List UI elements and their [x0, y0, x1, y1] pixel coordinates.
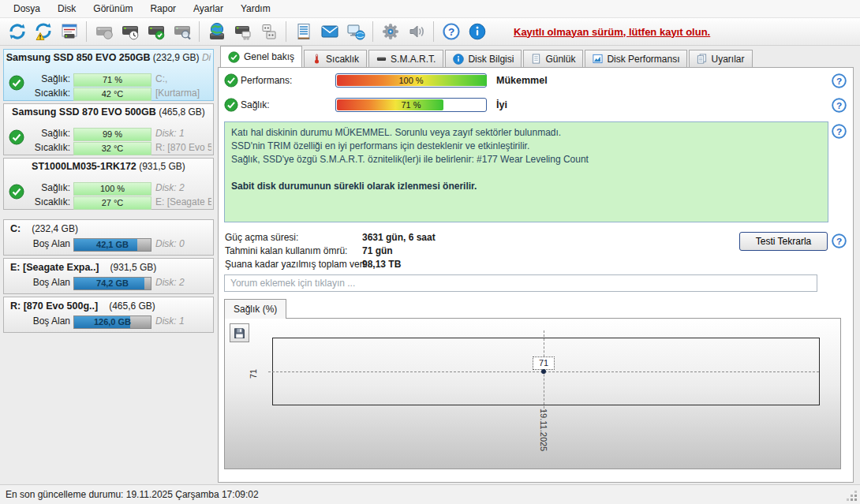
- disk-number: Disk: 1: [155, 315, 211, 327]
- last-update-status: En son güncelleme durumu: 19.11.2025 Çar…: [6, 489, 259, 500]
- menubar: Dosya Disk Görünüm Rapor Ayarlar Yardım: [0, 0, 860, 18]
- disk-item-seagate[interactable]: ST1000LM035-1RK172 (931,5 GB) Sağlık:100…: [3, 158, 214, 210]
- connector-button[interactable]: [256, 20, 281, 43]
- web-disk-icon: [208, 22, 226, 41]
- temp-badge: 42 °C: [73, 88, 151, 101]
- health-label: Sağlık:: [4, 73, 70, 84]
- partition-item-c[interactable]: C:(232,4 GB) Boş Alan 42,1 GB Disk: 0: [3, 219, 214, 256]
- chart-tab-saglik[interactable]: Sağlık (%): [224, 299, 286, 319]
- tab-disk-bilgisi[interactable]: Disk Bilgisi: [445, 50, 522, 67]
- main-panel: Genel bakış Sıcaklık S.M.A.R.T. Disk Bil…: [218, 46, 854, 483]
- save-chart-button[interactable]: [230, 323, 249, 342]
- disk-drive-letters: C:,: [155, 73, 211, 84]
- performance-chart-icon: [593, 54, 603, 64]
- disk-test-button[interactable]: [170, 20, 194, 43]
- performance-rating: Mükemmel: [496, 75, 548, 86]
- free-space-label: Boş Alan: [4, 277, 70, 288]
- toolbar-separator: [199, 21, 200, 42]
- info-circle-icon: [453, 54, 464, 65]
- tab-gunluk[interactable]: Günlük: [523, 50, 583, 67]
- menu-yardim[interactable]: Yardım: [232, 1, 279, 17]
- mail-icon: [320, 22, 339, 41]
- sound-icon: [407, 22, 426, 41]
- refresh-button[interactable]: [5, 20, 29, 43]
- health-label: Sağlık:: [4, 128, 70, 139]
- temp-label: Sıcaklık:: [4, 142, 70, 153]
- status-line: Sağlık, SSD'ye özgü S.M.A.R.T. öznitelik…: [231, 153, 821, 166]
- status-bar: En son güncelleme durumu: 19.11.2025 Çar…: [0, 484, 860, 504]
- disk-item-samsung-870[interactable]: Samsung SSD 870 EVO 500GB (465,8 GB) Sağ…: [3, 103, 214, 155]
- network-icon: [346, 22, 365, 41]
- performance-ok-icon: [224, 73, 238, 88]
- info-button[interactable]: [465, 20, 489, 43]
- retest-help-icon[interactable]: ?: [831, 233, 847, 249]
- check-circle-icon: [228, 51, 240, 63]
- space-usage-bar: 126,0 GB: [73, 315, 151, 329]
- partition-item-r[interactable]: R: [870 Evo 500g..](465,6 GB) Boş Alan 1…: [3, 297, 214, 333]
- description-help-icon[interactable]: ?: [831, 123, 847, 140]
- disk-offline-icon: [95, 22, 114, 41]
- tab-uyarilar[interactable]: Uyarılar: [689, 50, 752, 67]
- disk-volume-label: E: [Seagate Ex: [155, 196, 211, 207]
- disk-title: Samsung SSD 850 EVO 250GB (232,9 GB) Di: [4, 50, 213, 63]
- thermometer-icon: [312, 54, 322, 64]
- help-button[interactable]: ?: [439, 20, 463, 43]
- disk-schedule-button[interactable]: [118, 20, 142, 43]
- free-space-value: 126,0 GB: [74, 316, 151, 328]
- power-on-time-value: 3631 gün, 6 saat: [362, 232, 436, 243]
- menu-ayarlar[interactable]: Ayarlar: [185, 1, 232, 17]
- health-badge: 100 %: [73, 182, 151, 196]
- temp-label: Sıcaklık:: [4, 88, 70, 99]
- performance-help-icon[interactable]: ?: [831, 73, 847, 89]
- drive-icon: [376, 54, 387, 64]
- menu-gorunum[interactable]: Görünüm: [84, 1, 141, 17]
- toolbar-separator: [86, 21, 87, 42]
- tab-disk-performansi[interactable]: Disk Performansı: [585, 50, 687, 67]
- settings-button[interactable]: [378, 20, 402, 43]
- resize-grip[interactable]: [854, 498, 857, 501]
- disk-item-samsung-850[interactable]: Samsung SSD 850 EVO 250GB (232,9 GB) Di …: [3, 49, 214, 101]
- performance-value: 100 %: [336, 74, 486, 87]
- sound-button[interactable]: [404, 20, 428, 43]
- menu-rapor[interactable]: Rapor: [141, 1, 185, 17]
- health-bar: 71 %: [335, 98, 487, 112]
- partition-item-e[interactable]: E: [Seagate Expa..](931,5 GB) Boş Alan 7…: [3, 258, 214, 294]
- performance-label: Performans:: [241, 75, 292, 86]
- tab-sicaklik[interactable]: Sıcaklık: [304, 50, 367, 67]
- web-disk-button[interactable]: [204, 20, 229, 43]
- disk-offline-button[interactable]: [92, 20, 116, 43]
- tab-smart[interactable]: S.M.A.R.T.: [368, 50, 443, 67]
- health-help-icon[interactable]: ?: [831, 97, 847, 114]
- mail-button[interactable]: [317, 20, 342, 43]
- status-description-box: Katı hal diskinin durumu MÜKEMMEL. Sorun…: [224, 121, 828, 222]
- comment-input[interactable]: [224, 274, 817, 292]
- tab-genel-bakis[interactable]: Genel bakış: [220, 46, 302, 67]
- refresh-warning-button[interactable]: [31, 20, 55, 43]
- free-space-value: 74,2 GB: [74, 278, 151, 289]
- chart-data-point: [541, 369, 546, 374]
- temp-badge: 32 °C: [73, 142, 151, 155]
- refresh-icon: [8, 22, 27, 41]
- chart-x-date-label: 19.11.2025: [539, 409, 548, 451]
- toolbar-separator: [372, 21, 373, 42]
- disk-details-button[interactable]: [57, 20, 81, 43]
- disk-number: Disk: 2: [155, 277, 211, 288]
- svg-text:?: ?: [836, 100, 842, 111]
- menu-disk[interactable]: Disk: [49, 1, 84, 17]
- pages-icon: [697, 54, 707, 64]
- report-notes-icon: [294, 22, 313, 41]
- connector-icon: [260, 22, 279, 41]
- menu-dosya[interactable]: Dosya: [5, 1, 49, 17]
- network-button[interactable]: [343, 20, 368, 43]
- disk-accept-button[interactable]: [144, 20, 168, 43]
- retest-button[interactable]: Testi Tekrarla: [739, 232, 828, 251]
- disk-connector-button[interactable]: [230, 20, 255, 43]
- partition-list: C:(232,4 GB) Boş Alan 42,1 GB Disk: 0 E:…: [3, 219, 214, 333]
- chart-point-label: 71: [533, 357, 555, 370]
- report-button[interactable]: [291, 20, 316, 43]
- svg-text:?: ?: [836, 236, 842, 247]
- registration-link[interactable]: Kayıtlı olmayan sürüm, lütfen kayıt olun…: [514, 26, 710, 38]
- partition-title: R: [870 Evo 500g..](465,6 GB): [10, 301, 210, 312]
- toolbar: ? Kayıtlı olmayan sürüm, lütfen kayıt ol…: [0, 18, 860, 46]
- disk-title: Samsung SSD 870 EVO 500GB (465,8 GB): [4, 104, 213, 118]
